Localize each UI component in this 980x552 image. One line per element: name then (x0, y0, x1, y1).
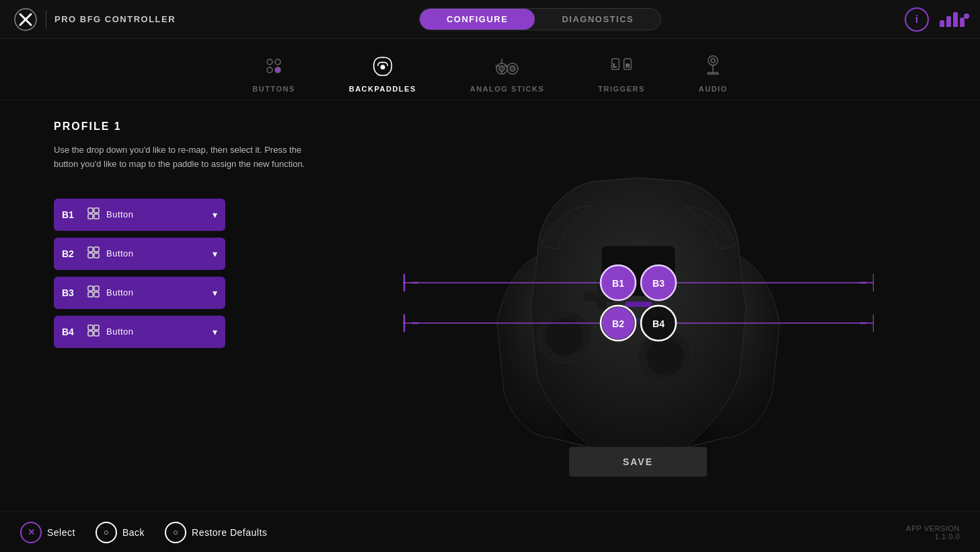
svg-rect-19 (94, 208, 99, 213)
svg-rect-33 (94, 331, 99, 336)
paddle-icon-b2 (86, 245, 101, 263)
header-right: i (905, 7, 967, 32)
cat-analog-label: ANALOG STICKS (470, 85, 545, 93)
svg-text:B2: B2 (612, 318, 624, 329)
cat-buttons[interactable]: BUTTONS (252, 53, 295, 93)
stats-bar-1 (940, 20, 944, 27)
restore-label: Restore Defaults (192, 527, 267, 538)
svg-text:B3: B3 (652, 278, 665, 289)
svg-rect-32 (88, 331, 93, 336)
svg-text:B1: B1 (612, 278, 624, 289)
logo-icon (13, 7, 38, 32)
select-label: Select (47, 527, 75, 538)
svg-point-42 (646, 338, 684, 376)
svg-rect-30 (88, 325, 93, 330)
tab-diagnostics[interactable]: DIAGNOSTICS (535, 9, 661, 30)
app-version-label: APP VERSION (906, 524, 960, 532)
svg-rect-27 (94, 286, 99, 291)
svg-point-3 (267, 59, 272, 65)
paddle-row-b3[interactable]: B3 Button ▾ (54, 277, 225, 309)
app-version-number: 1.1.0.0 (906, 532, 960, 541)
tab-configure[interactable]: CONFIGURE (420, 9, 535, 30)
svg-rect-23 (94, 247, 99, 252)
paddle-chevron-b1: ▾ (213, 209, 217, 220)
back-icon: ○ (96, 522, 117, 543)
svg-text:L: L (613, 63, 617, 69)
paddle-row-b2[interactable]: B2 Button ▾ (54, 238, 225, 270)
nav-tabs: CONFIGURE DIAGNOSTICS (419, 8, 661, 30)
svg-rect-18 (88, 208, 93, 213)
svg-rect-28 (88, 292, 93, 297)
action-select[interactable]: ✕ Select (20, 522, 75, 543)
svg-rect-35 (625, 302, 652, 307)
svg-rect-24 (88, 253, 93, 258)
cat-triggers-label: TRIGGERS (598, 85, 644, 93)
svg-point-5 (267, 67, 272, 73)
header-left: PRO BFG CONTROLLER (13, 7, 176, 32)
buttons-icon (260, 53, 287, 79)
cat-backpaddles-label: BACKPADDLES (349, 85, 416, 93)
svg-rect-22 (88, 247, 93, 252)
info-icon: i (915, 13, 918, 26)
cat-analog[interactable]: ANALOG STICKS (470, 53, 545, 93)
svg-point-38 (636, 318, 640, 322)
svg-rect-25 (94, 253, 99, 258)
svg-point-17 (711, 59, 715, 63)
svg-text:B4: B4 (652, 318, 665, 329)
paddle-chevron-b3: ▾ (213, 287, 217, 298)
stats-bar-3 (953, 12, 958, 27)
save-button[interactable]: SAVE (569, 447, 707, 477)
stats-dot (964, 13, 969, 19)
category-nav: BUTTONS BACKPADDLES ANALOG STICKS (0, 39, 980, 100)
paddle-row-b4[interactable]: B4 Button ▾ (54, 316, 225, 348)
paddle-icon-b3 (86, 284, 101, 302)
left-panel: PROFILE 1 Use the drop down you'd like t… (54, 114, 336, 519)
paddle-icon-b1 (86, 206, 101, 223)
svg-rect-21 (94, 214, 99, 219)
paddle-value-b1: Button (106, 209, 213, 219)
profile-title: PROFILE 1 (54, 120, 336, 133)
action-back[interactable]: ○ Back (96, 522, 145, 543)
paddle-label-b4: B4 (62, 326, 81, 337)
svg-point-6 (275, 67, 280, 73)
paddle-list: B1 Button ▾ B2 (54, 199, 336, 348)
svg-point-9 (499, 66, 504, 71)
paddle-value-b4: Button (106, 326, 213, 337)
stats-bar-2 (946, 16, 951, 27)
svg-point-4 (275, 59, 280, 65)
paddle-value-b2: Button (106, 248, 213, 258)
paddle-chevron-b2: ▾ (213, 248, 217, 259)
svg-point-7 (381, 65, 384, 69)
paddle-row-b1[interactable]: B1 Button ▾ (54, 199, 225, 231)
analog-icon (494, 53, 521, 79)
cat-audio[interactable]: AUDIO (699, 53, 728, 93)
info-button[interactable]: i (905, 7, 929, 32)
select-icon: ✕ (20, 522, 42, 543)
paddle-icon-b4 (86, 323, 101, 341)
instructions: Use the drop down you'd like to re-map, … (54, 143, 309, 172)
audio-icon (700, 53, 726, 79)
paddle-chevron-b4: ▾ (213, 326, 217, 337)
cat-backpaddles[interactable]: BACKPADDLES (349, 53, 416, 93)
svg-rect-26 (88, 286, 93, 291)
svg-rect-31 (94, 325, 99, 330)
svg-point-16 (708, 56, 718, 65)
bottom-bar: ✕ Select ○ Back ○ Restore Defaults APP V… (0, 512, 980, 552)
controller-container: B1 B2 B3 B4 (403, 148, 874, 471)
svg-text:R: R (626, 63, 630, 69)
stats-bar-4 (960, 18, 965, 27)
svg-point-11 (510, 66, 515, 71)
stats-button[interactable] (940, 12, 967, 27)
cat-triggers[interactable]: L R TRIGGERS (598, 53, 644, 93)
brand-title: PRO BFG CONTROLLER (54, 14, 176, 24)
back-label: Back (122, 527, 145, 538)
paddle-label-b1: B1 (62, 209, 81, 220)
svg-rect-20 (88, 214, 93, 219)
header: PRO BFG CONTROLLER CONFIGURE DIAGNOSTICS… (0, 0, 980, 39)
header-divider (46, 10, 46, 29)
action-restore[interactable]: ○ Restore Defaults (165, 522, 267, 543)
backpaddles-icon (369, 53, 396, 79)
main-content: PROFILE 1 Use the drop down you'd like t… (0, 100, 980, 519)
cat-audio-label: AUDIO (699, 85, 728, 93)
paddle-label-b3: B3 (62, 287, 81, 298)
